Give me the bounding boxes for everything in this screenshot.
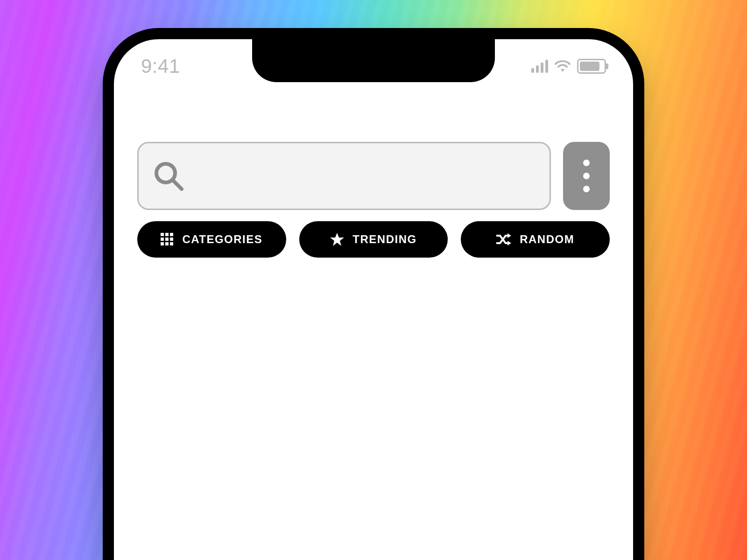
phone-frame: 9:41 [103,28,644,560]
svg-line-1 [173,181,182,189]
svg-rect-2 [161,233,164,236]
cellular-signal-icon [531,60,548,73]
wifi-icon [555,60,571,72]
random-label: RANDOM [520,233,574,246]
svg-rect-4 [170,233,173,236]
svg-rect-9 [165,242,169,245]
svg-rect-7 [170,238,173,241]
trending-label: TRENDING [352,233,416,246]
categories-label: CATEGORIES [182,233,262,246]
status-icons [531,59,606,74]
search-input[interactable] [195,165,536,187]
battery-icon [577,59,606,74]
svg-rect-3 [165,233,169,236]
main-content: CATEGORIES TRENDING RANDOM [137,142,610,258]
kebab-dot-icon [583,160,590,166]
filter-pills: CATEGORIES TRENDING RANDOM [137,221,610,258]
svg-rect-8 [161,242,164,245]
trending-button[interactable]: TRENDING [299,221,448,258]
svg-rect-10 [170,242,173,245]
phone-notch [252,39,495,82]
search-input-container[interactable] [137,142,551,210]
grid-icon [161,233,174,246]
categories-button[interactable]: CATEGORIES [137,221,286,258]
svg-rect-5 [161,238,164,241]
kebab-dot-icon [583,173,590,179]
svg-rect-6 [165,238,169,241]
status-time: 9:41 [141,55,180,77]
more-options-button[interactable] [563,142,610,210]
star-icon [330,232,344,246]
kebab-dot-icon [583,186,590,192]
search-icon [152,159,185,193]
shuffle-icon [496,233,511,245]
search-row [137,142,610,210]
phone-screen: 9:41 [114,39,633,560]
random-button[interactable]: RANDOM [461,221,610,258]
